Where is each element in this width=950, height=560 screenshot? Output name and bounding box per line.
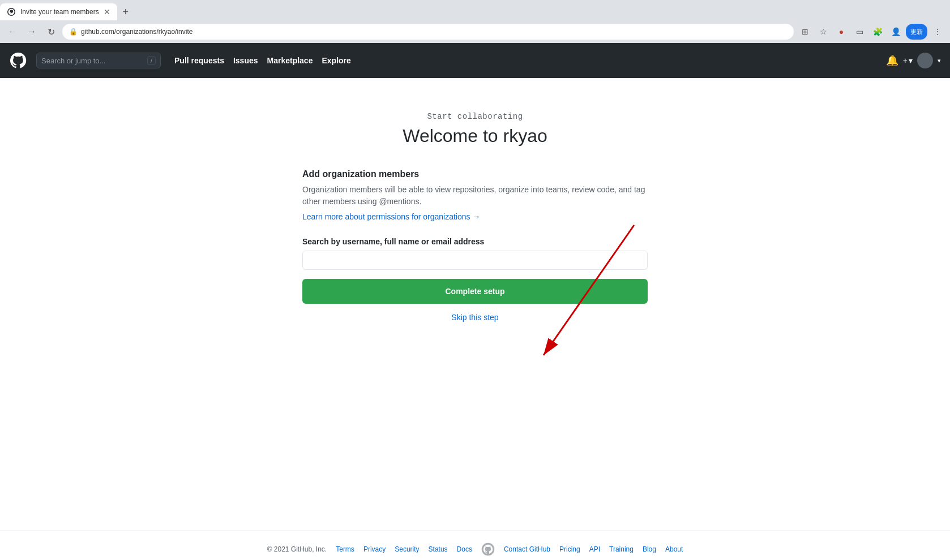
start-collaborating-text: Start collaborating (427, 112, 523, 121)
extension-button-red[interactable]: ● (833, 24, 849, 40)
nav-link-explore[interactable]: Explore (322, 56, 350, 65)
tab-bar: Invite your team members ✕ + (0, 0, 950, 20)
browser-actions: ⊞ ☆ ● ▭ 🧩 👤 更新 ⋮ (797, 24, 945, 40)
footer-link-contact[interactable]: Contact GitHub (504, 545, 550, 553)
search-input-label: Search by username, full name or email a… (302, 237, 648, 246)
lock-icon: 🔒 (69, 28, 78, 36)
github-logo[interactable] (9, 51, 27, 70)
address-bar-row: ← → ↻ 🔒 github.com/organizations/rkyao/i… (0, 20, 950, 43)
welcome-title: Welcome to rkyao (403, 126, 547, 147)
new-tab-button[interactable]: + (117, 3, 134, 20)
reader-mode-button[interactable]: ⊞ (797, 24, 813, 40)
footer-link-security[interactable]: Security (395, 545, 419, 553)
footer-link-about[interactable]: About (665, 545, 683, 553)
copyright-text: © 2021 GitHub, Inc. (267, 545, 327, 553)
nav-right: 🔔 + ▾ ▾ (886, 53, 941, 68)
new-item-button[interactable]: + ▾ (903, 56, 913, 65)
nav-links: Pull requests Issues Marketplace Explore (174, 56, 351, 65)
footer-link-blog[interactable]: Blog (643, 545, 656, 553)
complete-setup-label: Complete setup (445, 287, 504, 296)
main-wrapper: Start collaborating Welcome to rkyao Add… (0, 78, 950, 508)
complete-setup-button[interactable]: Complete setup (302, 279, 648, 304)
learn-more-link[interactable]: Learn more about permissions for organiz… (302, 212, 648, 221)
nav-link-marketplace[interactable]: Marketplace (267, 56, 313, 65)
footer-github-logo (481, 542, 495, 556)
footer-link-terms[interactable]: Terms (336, 545, 354, 553)
cast-button[interactable]: ▭ (851, 24, 867, 40)
member-search-input[interactable] (302, 251, 648, 270)
footer-link-status[interactable]: Status (429, 545, 448, 553)
plus-chevron: ▾ (909, 56, 913, 65)
profile-button[interactable]: 👤 (888, 24, 904, 40)
section-title: Add organization members (302, 169, 648, 179)
skip-step-link[interactable]: Skip this step (302, 313, 648, 322)
menu-button[interactable]: ⋮ (930, 24, 945, 40)
forward-button[interactable]: → (24, 24, 40, 40)
tab-title-text: Invite your team members (20, 8, 99, 16)
active-tab[interactable]: Invite your team members ✕ (0, 3, 117, 20)
tab-close-button[interactable]: ✕ (104, 7, 110, 16)
address-bar[interactable]: 🔒 github.com/organizations/rkyao/invite (62, 24, 794, 40)
browser-chrome: Invite your team members ✕ + ← → ↻ 🔒 git… (0, 0, 950, 43)
footer-link-privacy[interactable]: Privacy (363, 545, 386, 553)
footer-link-training[interactable]: Training (609, 545, 634, 553)
nav-link-pull-requests[interactable]: Pull requests (174, 56, 224, 65)
search-box[interactable]: Search or jump to... / (36, 53, 161, 68)
github-nav: Search or jump to... / Pull requests Iss… (0, 43, 950, 78)
footer: © 2021 GitHub, Inc. Terms Privacy Securi… (0, 531, 950, 560)
notifications-bell[interactable]: 🔔 (886, 54, 898, 67)
back-button[interactable]: ← (5, 24, 20, 40)
main-content: Start collaborating Welcome to rkyao Add… (0, 78, 950, 508)
form-section: Add organization members Organization me… (302, 169, 648, 331)
update-button[interactable]: 更新 (906, 24, 927, 40)
footer-link-docs[interactable]: Docs (457, 545, 472, 553)
extensions-button[interactable]: 🧩 (870, 24, 885, 40)
refresh-button[interactable]: ↻ (43, 24, 59, 40)
bookmark-button[interactable]: ☆ (815, 24, 831, 40)
plus-icon: + (903, 56, 908, 65)
avatar-chevron: ▾ (938, 57, 941, 64)
footer-link-api[interactable]: API (589, 545, 600, 553)
section-description: Organization members will be able to vie… (302, 184, 648, 208)
search-kbd: / (147, 56, 156, 65)
search-placeholder: Search or jump to... (41, 57, 143, 65)
user-avatar[interactable] (917, 53, 933, 68)
footer-link-pricing[interactable]: Pricing (559, 545, 580, 553)
tab-favicon (7, 7, 16, 16)
address-text: github.com/organizations/rkyao/invite (81, 28, 192, 36)
nav-link-issues[interactable]: Issues (233, 56, 258, 65)
